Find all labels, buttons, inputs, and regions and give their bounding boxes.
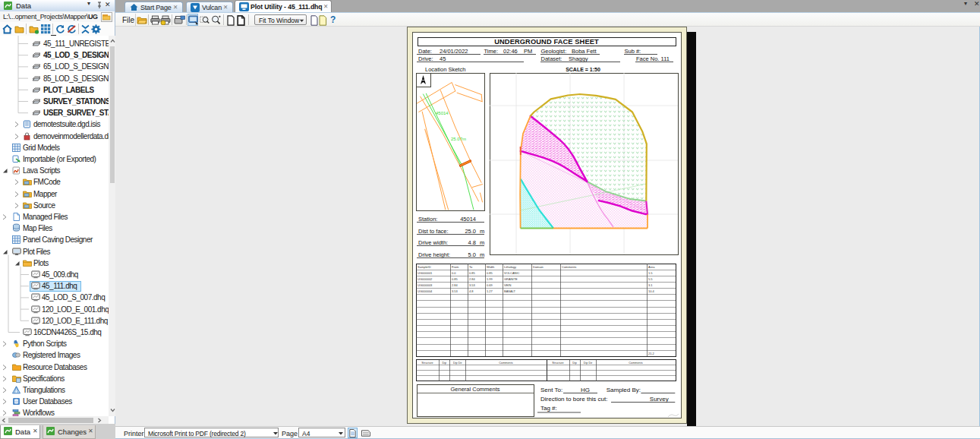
svg-text:Comments: Comments (629, 362, 642, 365)
svg-text:VOLCANIC: VOLCANIC (504, 271, 520, 275)
svg-text:UG000002: UG000002 (418, 277, 433, 281)
svg-text:3.1: 3.1 (648, 283, 653, 287)
svg-text:Time:: Time: (484, 48, 498, 55)
svg-text:Station:: Station: (418, 216, 437, 223)
svg-text:Dip: Dip (442, 362, 446, 365)
svg-text:Drive width:: Drive width: (418, 239, 448, 246)
svg-text:Comments: Comments (562, 265, 576, 269)
svg-text:1.5: 1.5 (648, 271, 653, 275)
svg-text:HG: HG (581, 387, 590, 393)
svg-text:1.99: 1.99 (487, 277, 493, 281)
svg-text:UNDERGROUND FACE SHEET: UNDERGROUND FACE SHEET (494, 38, 599, 46)
svg-text:Drive height:: Drive height: (418, 251, 450, 258)
svg-text:25.0: 25.0 (465, 228, 476, 235)
svg-text:Location Sketch: Location Sketch (425, 66, 465, 73)
svg-text:45014: 45014 (460, 216, 476, 223)
svg-text:2.84: 2.84 (469, 277, 476, 281)
svg-text:02:46: 02:46 (503, 48, 518, 55)
svg-text:VEIN: VEIN (504, 283, 511, 287)
svg-text:Face No. 111: Face No. 111 (636, 55, 670, 62)
svg-text:Shaggy: Shaggy (569, 55, 588, 62)
svg-text:m: m (480, 239, 484, 246)
svg-text:45: 45 (440, 55, 446, 62)
svg-text:Survey: Survey (650, 396, 669, 403)
svg-text:Structure: Structure (552, 362, 563, 365)
svg-text:Dataset:: Dataset: (541, 55, 562, 62)
svg-text:4.8: 4.8 (469, 289, 474, 293)
svg-text:Date:: Date: (418, 48, 432, 55)
svg-text:45014: 45014 (436, 111, 449, 115)
svg-text:0.85: 0.85 (469, 271, 476, 275)
svg-text:Width: Width (487, 265, 494, 269)
svg-text:Domain: Domain (533, 265, 544, 269)
svg-text:5.0: 5.0 (468, 251, 476, 258)
svg-text:UG000001: UG000001 (418, 271, 433, 275)
svg-text:UG000003: UG000003 (418, 283, 433, 287)
svg-text:Geologist:: Geologist: (541, 48, 567, 55)
svg-text:Tag #:: Tag #: (540, 405, 557, 412)
svg-text:Structure: Structure (421, 362, 433, 365)
svg-text:Dip: Dip (572, 362, 577, 365)
svg-text:0.0: 0.0 (452, 271, 456, 275)
svg-text:1.27: 1.27 (487, 289, 493, 293)
svg-text:BASALT: BASALT (504, 289, 516, 293)
svg-text:5.5: 5.5 (648, 277, 653, 281)
svg-text:10.4: 10.4 (648, 289, 655, 293)
svg-text:Sampled By:: Sampled By: (607, 387, 641, 393)
svg-text:4.8: 4.8 (468, 239, 476, 246)
svg-text:Area: Area (648, 265, 655, 269)
svg-text:Dist to face:: Dist to face: (418, 228, 449, 235)
svg-text:Lithology: Lithology (504, 265, 516, 269)
svg-text:Dip Dir: Dip Dir (453, 362, 462, 365)
svg-text:SCALE = 1:50: SCALE = 1:50 (566, 67, 600, 72)
svg-text:GRANITE: GRANITE (504, 277, 518, 281)
svg-text:0.69: 0.69 (487, 283, 493, 287)
svg-text:PM: PM (524, 48, 532, 55)
svg-text:m: m (480, 228, 484, 235)
svg-text:2.84: 2.84 (452, 283, 458, 287)
svg-text:0.85: 0.85 (487, 271, 493, 275)
svg-text:Boba Fett: Boba Fett (572, 48, 597, 55)
svg-text:Comments: Comments (499, 362, 512, 365)
svg-text:m: m (480, 251, 484, 258)
svg-text:21.2: 21.2 (648, 352, 655, 355)
svg-text:0.85: 0.85 (452, 277, 458, 281)
svg-text:General Comments: General Comments (450, 386, 499, 393)
svg-text:24/01/2022: 24/01/2022 (440, 48, 468, 55)
svg-text:25.07m: 25.07m (451, 137, 466, 141)
svg-text:Direction to bore this cut:: Direction to bore this cut: (540, 396, 607, 403)
svg-text:UG000004: UG000004 (418, 289, 433, 293)
svg-text:3.53: 3.53 (452, 289, 458, 293)
svg-text:Drive:: Drive: (418, 55, 433, 62)
svg-text:SampleID: SampleID (418, 265, 431, 269)
svg-text:Sent To:: Sent To: (540, 387, 562, 393)
svg-text:Sub #:: Sub #: (625, 48, 641, 55)
svg-text:3.53: 3.53 (469, 283, 476, 287)
svg-text:From: From (452, 265, 459, 269)
svg-text:Dip Dir: Dip Dir (584, 362, 593, 365)
